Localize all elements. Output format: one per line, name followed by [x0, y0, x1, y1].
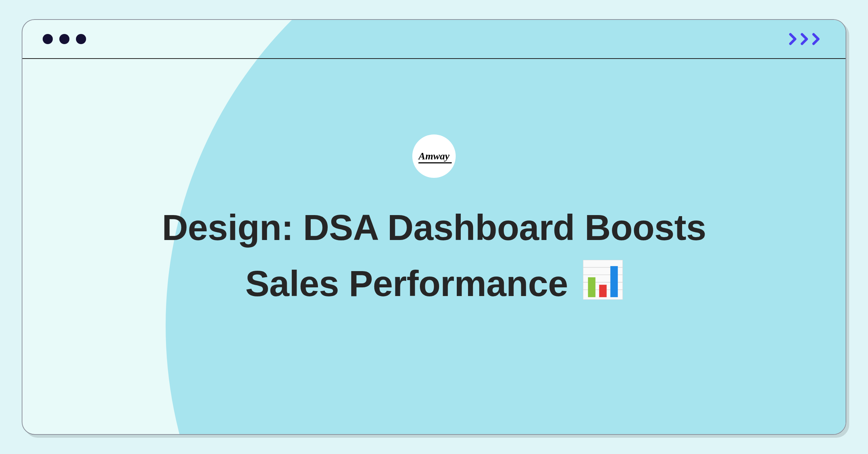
headline-line-1: Design: DSA Dashboard Boosts [162, 207, 706, 248]
window-controls [43, 34, 86, 44]
page-title: Design: DSA Dashboard Boosts Sales Perfo… [162, 200, 706, 315]
window-dot-icon[interactable] [43, 34, 53, 44]
window-dot-icon[interactable] [59, 34, 69, 44]
bar-chart-icon [583, 259, 623, 315]
svg-rect-5 [588, 277, 595, 297]
browser-window: Amway Design: DSA Dashboard Boosts Sales… [22, 19, 846, 435]
svg-rect-6 [599, 285, 607, 297]
svg-rect-7 [610, 266, 618, 297]
content-area: Amway Design: DSA Dashboard Boosts Sales… [22, 59, 846, 434]
window-dot-icon[interactable] [76, 34, 86, 44]
headline-line-2: Sales Performance [245, 263, 568, 304]
titlebar [22, 20, 846, 59]
forward-chevrons-icon[interactable] [783, 30, 825, 48]
brand-logo: Amway [418, 150, 450, 162]
logo-badge: Amway [412, 134, 456, 178]
